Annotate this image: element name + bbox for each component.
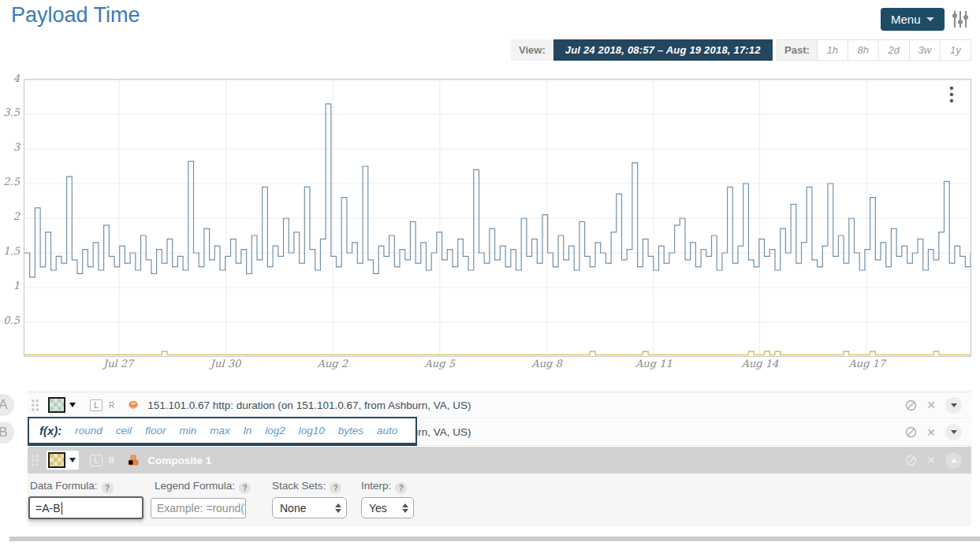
past-button-8h[interactable]: 8h (848, 40, 878, 60)
collapse-toggle-button[interactable] (945, 452, 962, 469)
color-swatch-dropdown[interactable] (47, 396, 79, 414)
interp-select[interactable]: Yes (361, 497, 414, 518)
left-axis-toggle[interactable]: L (90, 455, 102, 466)
past-button-3w[interactable]: 3w (909, 40, 940, 60)
fx-max[interactable]: max (210, 425, 230, 436)
page-title: Payload Time (11, 3, 140, 28)
remove-icon[interactable]: ✕ (926, 454, 936, 466)
chevron-down-icon (69, 458, 76, 462)
y-axis-label: 3.5 (0, 106, 20, 118)
remove-icon[interactable]: ✕ (926, 426, 936, 439)
settings-sliders-icon[interactable] (953, 11, 967, 28)
fx-log2[interactable]: log2 (265, 425, 285, 436)
fx-label: f(x): (39, 424, 61, 437)
legend-formula-label: Legend Formula:? (155, 480, 251, 494)
y-axis-label: 2.5 (0, 176, 20, 188)
data-formula-label-text: Data Formula: (30, 480, 98, 492)
x-axis-label: Jul 27 (87, 358, 150, 370)
stack-sets-select[interactable]: None (272, 497, 347, 518)
target-cylinder-icon (128, 399, 139, 410)
x-axis-label: Aug 5 (408, 358, 471, 370)
past-control: Past: 1h 8h 2d 3w 1y (777, 39, 971, 61)
color-swatch-dropdown[interactable] (47, 451, 79, 470)
data-formula-label: Data Formula:? (30, 480, 114, 494)
view-range-badge[interactable]: Jul 24 2018, 08:57 – Aug 19 2018, 17:12 (553, 39, 773, 61)
chart-kebab-menu-icon[interactable]: ••• (945, 85, 958, 104)
left-axis-toggle[interactable]: L (90, 399, 102, 411)
right-axis-toggle[interactable]: R (109, 401, 114, 410)
disable-icon[interactable] (905, 399, 917, 411)
chevron-down-icon (951, 430, 957, 434)
fx-auto[interactable]: auto (377, 425, 397, 436)
expand-toggle-button[interactable] (945, 424, 962, 440)
drag-handle-icon[interactable] (31, 454, 39, 466)
interp-label: Interp:? (361, 480, 407, 494)
x-axis-label: Aug 14 (728, 358, 792, 370)
data-formula-input[interactable]: =A-B (28, 496, 143, 519)
drag-handle-icon[interactable] (31, 399, 39, 411)
past-button-2d[interactable]: 2d (878, 40, 909, 60)
menu-button[interactable]: Menu (881, 8, 945, 31)
text-cursor (61, 502, 62, 514)
color-swatch (48, 452, 65, 468)
stack-sets-label: Stack Sets:? (272, 480, 341, 494)
data-formula-value: =A-B (35, 502, 61, 514)
x-axis-label: Aug 11 (622, 358, 685, 370)
select-stepper-icon (402, 503, 408, 513)
y-axis-label: 1 (0, 280, 20, 292)
chevron-down-icon (69, 403, 76, 407)
chart-plot-area[interactable] (24, 79, 971, 357)
fx-function-popup: f(x): round ceil floor min max ln log2 l… (28, 417, 417, 446)
view-control: View: Jul 24 2018, 08:57 – Aug 19 2018, … (511, 39, 773, 61)
select-stepper-icon (335, 503, 341, 513)
y-axis-label: 2 (0, 210, 20, 222)
legend-formula-input[interactable] (151, 498, 246, 518)
chevron-down-icon (926, 17, 934, 21)
y-axis-label: 0.5 (0, 314, 20, 326)
series-letter-badge-a: A (0, 394, 14, 416)
chevron-down-icon (951, 403, 957, 407)
help-icon[interactable]: ? (330, 482, 341, 494)
fx-log10[interactable]: log10 (299, 425, 325, 436)
fx-floor[interactable]: floor (145, 425, 166, 436)
fx-round[interactable]: round (75, 425, 102, 436)
x-axis-label: Aug 2 (301, 358, 364, 370)
disable-icon[interactable] (905, 455, 917, 466)
composite-settings-panel: Data Formula:? Legend Formula:? Stack Se… (28, 474, 971, 526)
remove-icon[interactable]: ✕ (926, 399, 936, 411)
help-icon[interactable]: ? (239, 482, 251, 494)
chart-series-svg (24, 80, 971, 356)
interp-value: Yes (369, 502, 387, 514)
right-axis-toggle[interactable]: R (109, 456, 114, 465)
menu-button-label: Menu (891, 13, 921, 26)
fx-ln[interactable]: ln (244, 425, 252, 436)
stack-sets-value: None (280, 502, 306, 514)
chevron-up-icon (951, 459, 957, 462)
help-icon[interactable]: ? (395, 482, 407, 494)
legend-formula-label-text: Legend Formula: (155, 480, 235, 492)
series-label: 151.101.0.67 http: duration (on 151.101.… (147, 399, 471, 411)
past-button-1h[interactable]: 1h (817, 40, 848, 60)
series-row-a: L R 151.101.0.67 http: duration (on 151.… (28, 392, 971, 418)
view-label: View: (511, 39, 553, 61)
fx-bytes[interactable]: bytes (338, 425, 363, 436)
interp-label-text: Interp: (361, 480, 391, 492)
color-swatch (48, 397, 65, 413)
past-label: Past: (777, 40, 817, 60)
x-axis-label: Aug 8 (516, 358, 579, 370)
help-icon[interactable]: ? (102, 482, 114, 494)
fx-ceil[interactable]: ceil (116, 425, 132, 436)
fx-min[interactable]: min (179, 425, 196, 436)
past-button-1y[interactable]: 1y (940, 40, 971, 60)
series-letter-badge-b: B (0, 422, 14, 444)
y-axis-label: 1.5 (0, 245, 20, 257)
bottom-divider (9, 537, 980, 541)
disable-icon[interactable] (905, 426, 917, 438)
composite-label: Composite 1 (147, 455, 211, 466)
stack-sets-label-text: Stack Sets: (272, 480, 326, 492)
composite-cubes-icon (128, 455, 139, 466)
y-axis-label: 3 (0, 141, 20, 153)
expand-toggle-button[interactable] (945, 397, 962, 414)
composite-row: L R Composite 1 ✕ (28, 447, 971, 474)
x-axis-label: Aug 17 (836, 358, 899, 370)
